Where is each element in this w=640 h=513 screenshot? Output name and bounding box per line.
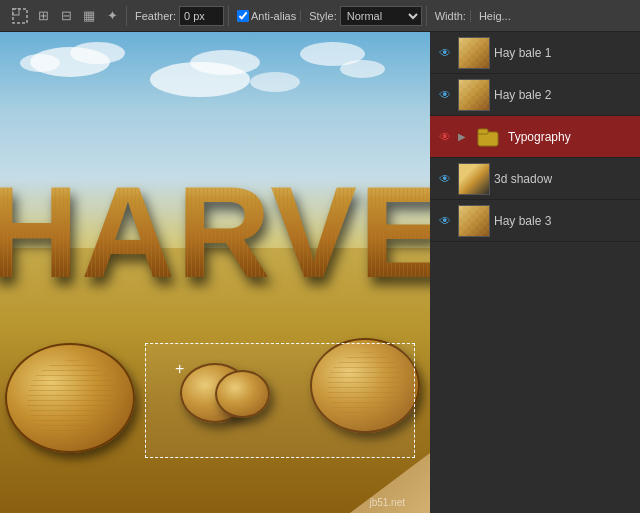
layer-name-typography: Typography (508, 130, 634, 144)
layer-visibility-typography[interactable]: 👁 (436, 128, 454, 146)
move-tool-icon[interactable]: ⊞ (33, 6, 53, 26)
layer-thumb-overlay-1 (459, 38, 489, 68)
cloud-5 (190, 50, 260, 75)
layer-item-hay-bale-2[interactable]: 👁 Hay bale 2 (430, 74, 640, 116)
anti-alias-label[interactable]: Anti-alias (237, 10, 296, 22)
layer-thumb-overlay-2 (459, 80, 489, 110)
slice-tool-icon[interactable]: ▦ (79, 6, 99, 26)
canvas-area[interactable]: HARVEST + jb51.net (0, 32, 430, 513)
style-select[interactable]: Normal Fixed Ratio Fixed Size (340, 6, 422, 26)
harvest-text-container: HARVEST (0, 167, 430, 297)
layer-thumb-overlay-3 (459, 206, 489, 236)
layer-group-arrow[interactable]: ▶ (458, 131, 466, 142)
layer-item-3d-shadow[interactable]: 👁 3d shadow (430, 158, 640, 200)
anti-alias-checkbox[interactable] (237, 10, 249, 22)
cloud-8 (340, 60, 385, 78)
main-area: HARVEST + jb51.net 👁 Hay ba (0, 32, 640, 513)
feather-label: Feather: (135, 10, 176, 22)
layer-group-icon-typography (472, 121, 504, 153)
cloud-2 (70, 42, 125, 64)
magic-wand-icon[interactable]: ✦ (102, 6, 122, 26)
layer-visibility-hay-bale-3[interactable]: 👁 (436, 212, 454, 230)
layer-thumbnail-hay-bale-1 (458, 37, 490, 69)
marquee-tool-icon[interactable] (10, 6, 30, 26)
layer-name-hay-bale-2: Hay bale 2 (494, 88, 634, 102)
layer-name-3d-shadow: 3d shadow (494, 172, 634, 186)
crop-tool-icon[interactable]: ⊟ (56, 6, 76, 26)
hay-bale-small-2 (215, 370, 270, 418)
layer-item-hay-bale-3[interactable]: 👁 Hay bale 3 (430, 200, 640, 242)
tool-icons-section: ⊞ ⊟ ▦ ✦ (6, 6, 127, 26)
layer-name-hay-bale-3: Hay bale 3 (494, 214, 634, 228)
layer-item-typography[interactable]: 👁 ▶ Typography (430, 116, 640, 158)
toolbar: ⊞ ⊟ ▦ ✦ Feather: Anti-alias Style: Norma… (0, 0, 640, 32)
panels-area: 👁 Hay bale 1 👁 Hay bale 2 👁 ▶ (430, 32, 640, 513)
layer-thumbnail-hay-bale-3 (458, 205, 490, 237)
layer-visibility-3d-shadow[interactable]: 👁 (436, 170, 454, 188)
svg-rect-0 (13, 9, 27, 23)
feather-input[interactable] (179, 6, 224, 26)
anti-alias-section: Anti-alias (233, 10, 301, 22)
cloud-6 (250, 72, 300, 92)
height-label: Heig... (479, 10, 511, 22)
layer-name-hay-bale-1: Hay bale 1 (494, 46, 634, 60)
watermark: jb51.net (369, 497, 405, 508)
layer-visibility-hay-bale-1[interactable]: 👁 (436, 44, 454, 62)
layer-item-hay-bale-1[interactable]: 👁 Hay bale 1 (430, 32, 640, 74)
hay-bale-left-texture (27, 360, 117, 440)
feather-section: Feather: (131, 6, 229, 26)
layer-thumbnail-hay-bale-2 (458, 79, 490, 111)
style-label: Style: (309, 10, 337, 22)
layer-thumbnail-3d-shadow (458, 163, 490, 195)
harvest-text: HARVEST (0, 167, 430, 297)
hay-bale-right (310, 338, 420, 433)
style-section: Style: Normal Fixed Ratio Fixed Size (305, 6, 427, 26)
hay-bale-right-texture (327, 352, 407, 422)
height-section: Heig... (475, 10, 515, 22)
cloud-3 (20, 54, 60, 72)
svg-rect-3 (478, 129, 488, 134)
width-label: Width: (435, 10, 466, 22)
layer-visibility-hay-bale-2[interactable]: 👁 (436, 86, 454, 104)
hay-bale-left (5, 343, 135, 453)
width-section: Width: (431, 10, 471, 22)
layers-panel: 👁 Hay bale 1 👁 Hay bale 2 👁 ▶ (430, 32, 640, 513)
